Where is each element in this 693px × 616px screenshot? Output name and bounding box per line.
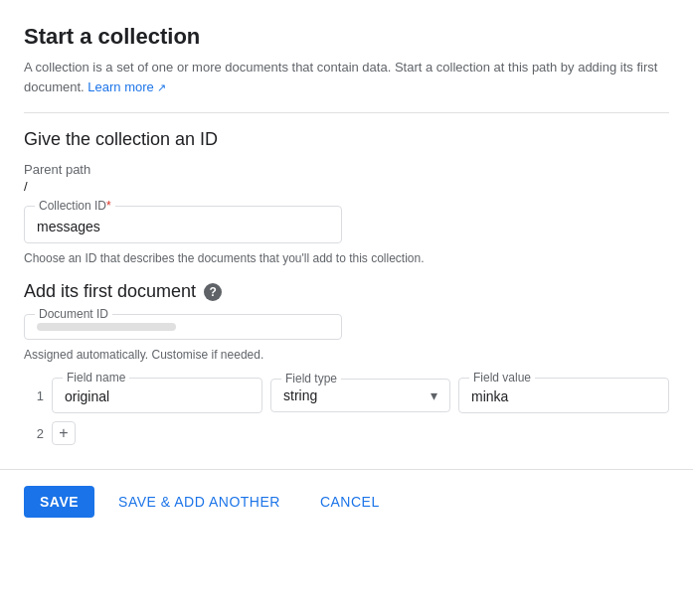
help-icon[interactable]: ? [204, 283, 222, 301]
field-name-container: Field name [52, 378, 262, 413]
save-button[interactable]: SAVE [24, 486, 94, 518]
external-link-icon: ↗ [157, 81, 166, 93]
parent-path-label: Parent path [24, 162, 669, 177]
field-value-container: Field value [458, 378, 669, 413]
collection-id-input[interactable] [37, 215, 329, 234]
footer: SAVE SAVE & ADD ANOTHER CANCEL [0, 469, 693, 534]
field-row-1: 1 Field name Field type string ▾ Field v… [24, 378, 669, 413]
document-id-hint: Assigned automatically. Customise if nee… [24, 348, 669, 362]
collection-id-label: Collection ID* [35, 199, 115, 213]
document-id-label: Document ID [35, 307, 112, 321]
collection-id-hint: Choose an ID that describes the document… [24, 251, 669, 265]
required-marker: * [106, 199, 111, 213]
row-number-1: 1 [24, 388, 44, 403]
document-id-placeholder [37, 323, 176, 331]
add-field-button[interactable]: + [52, 421, 76, 445]
row-number-2: 2 [24, 426, 44, 441]
page-title: Start a collection [24, 24, 669, 50]
field-name-input[interactable] [65, 386, 250, 404]
section-divider [24, 112, 669, 113]
collection-id-section: Give the collection an ID Parent path / … [24, 129, 669, 265]
section2-title: Add its first document [24, 281, 196, 302]
learn-more-link[interactable]: Learn more ↗ [87, 79, 166, 94]
save-add-another-button[interactable]: SAVE & ADD ANOTHER [102, 486, 296, 518]
page-description: A collection is a set of one or more doc… [24, 58, 669, 96]
field-name-label: Field name [63, 371, 129, 385]
first-document-section: Add its first document ? Document ID Ass… [24, 281, 669, 445]
add-row-container: 2 + [24, 421, 669, 445]
document-id-field: Document ID [24, 314, 342, 340]
field-value-input[interactable] [471, 386, 656, 404]
parent-path-value: / [24, 179, 669, 194]
field-type-label: Field type [281, 372, 341, 385]
field-value-label: Field value [469, 371, 535, 385]
dropdown-arrow-icon: ▾ [431, 387, 437, 403]
cancel-button[interactable]: CANCEL [304, 486, 396, 518]
section1-title: Give the collection an ID [24, 129, 669, 150]
collection-id-field: Collection ID* [24, 206, 342, 243]
field-type-value: string [283, 387, 317, 403]
field-type-container[interactable]: Field type string ▾ [270, 379, 450, 412]
fields-section: 1 Field name Field type string ▾ Field v… [24, 378, 669, 445]
